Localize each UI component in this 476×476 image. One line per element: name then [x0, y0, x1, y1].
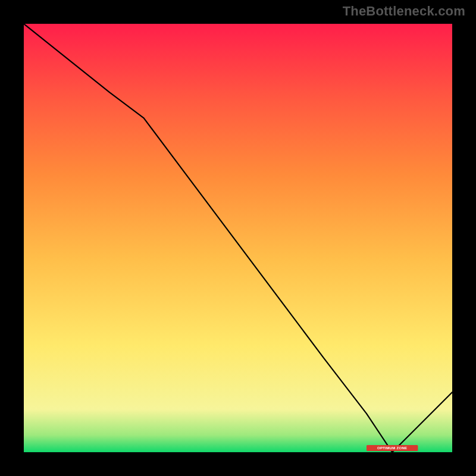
optimal-zone-label: OPTIMUM ZONE: [377, 446, 407, 450]
optimal-zone-marker: OPTIMUM ZONE: [367, 445, 418, 451]
chart-svg: OPTIMUM ZONE: [24, 24, 452, 452]
watermark-text: TheBottleneck.com: [343, 4, 465, 19]
plot-area: OPTIMUM ZONE: [24, 24, 452, 452]
chart-root: TheBottleneck.com OPTIMUM ZONE: [0, 0, 476, 476]
gradient-background: [24, 24, 452, 452]
